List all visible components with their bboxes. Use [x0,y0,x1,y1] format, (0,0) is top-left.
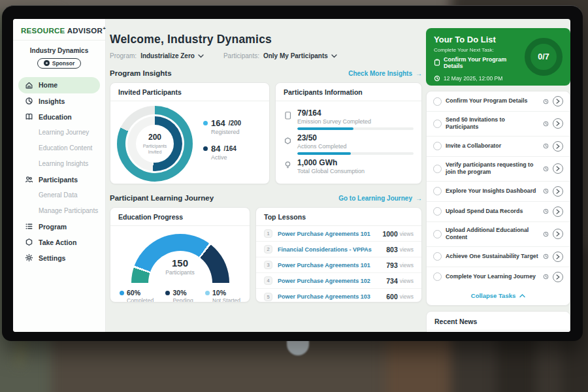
chevron-right-button[interactable] [553,96,563,106]
lesson-row: 4 Power Purchase Agreements 102 734 view… [256,273,421,289]
lesson-link[interactable]: Power Purchase Agreements 103 [278,293,386,300]
program-filter-value[interactable]: Industrialize Zero [140,52,195,59]
logo-plus: + [103,25,106,31]
main-content: Welcome, Industry Dynamics Program: Indu… [110,19,422,302]
chevron-right-button[interactable] [553,118,563,129]
sponsor-badge-label: Sponsor [52,60,74,67]
checkbox-icon[interactable] [433,230,442,238]
sidebar-item-learning-insights[interactable]: Learning Insights [13,156,105,172]
sidebar-item-participants[interactable]: Participants [13,172,105,188]
chevron-down-icon[interactable] [331,54,337,58]
checkbox-icon[interactable] [433,272,442,281]
sidebar-item-general-data[interactable]: General Data [13,188,105,203]
checkbox-icon[interactable] [433,142,442,150]
lesson-link[interactable]: Power Purchase Agreements 101 [278,262,386,269]
sidebar-item-label: Insights [39,97,65,105]
learning-journey-heading: Participant Learning Journey [110,194,214,202]
actions-completed-label: Actions Completed [297,143,414,150]
checkbox-icon[interactable] [433,97,442,106]
todo-due-date: 12 May 2025, 12:00 PM [444,75,502,82]
task-row-verify-participants[interactable]: Verify participants requesting to join t… [427,157,570,182]
collapse-tasks-label: Collapse Tasks [471,292,515,299]
lesson-row: 1 Power Purchase Agreements 101 1000 vie… [256,226,421,242]
legend-active: 84/164 Active [203,144,241,161]
participants-filter-value[interactable]: Only My Participants [263,52,328,59]
checkbox-icon[interactable] [433,252,442,261]
sidebar-item-label: Education Content [39,144,92,152]
sidebar-item-insights[interactable]: Insights [13,93,105,109]
checkbox-icon[interactable] [433,165,442,173]
lesson-link[interactable]: Power Purchase Agreements 102 [278,278,386,284]
active-label: Active [211,154,241,161]
lesson-row: 5 Power Purchase Agreements 103 600 view… [256,289,421,302]
sidebar-item-manage-participants[interactable]: Manage Participants [13,203,105,219]
clock-icon [543,121,549,127]
lesson-views: 734 [386,277,398,285]
chevron-right-button[interactable] [553,163,563,174]
task-row-upload-spend-data[interactable]: Upload Spend Data Records [427,202,570,222]
go-to-learning-journey-link[interactable]: Go to Learning Journey → [338,195,422,202]
task-label: Verify participants requesting to join t… [446,161,539,176]
sidebar-item-home[interactable]: Home [18,77,100,93]
list-icon [25,222,33,231]
chevron-right-button[interactable] [553,272,563,282]
views-suffix: views [400,262,414,269]
clock-icon [543,99,549,105]
task-row-achieve-target[interactable]: Achieve One Sustainability Target [427,247,570,267]
lesson-link[interactable]: Financial Considerations - VPPAs [278,246,386,253]
not-started-label: Not Started [212,297,240,302]
clock-icon [543,166,549,172]
chevron-down-icon[interactable] [198,54,204,58]
completed-label: Completed [127,297,154,302]
lesson-rank: 4 [264,276,272,285]
chevron-right-button[interactable] [553,229,563,239]
todo-progress-value: 0/7 [538,52,549,61]
sidebar-item-take-action[interactable]: Take Action [13,235,105,250]
chevron-right-button[interactable] [553,252,563,262]
task-row-explore-insights[interactable]: Explore Your Insights Dashboard [427,182,570,202]
go-to-learning-journey-label: Go to Learning Journey [338,195,412,202]
lesson-link[interactable]: Power Purchase Agreements 101 [278,231,382,237]
sidebar-item-education-content[interactable]: Education Content [13,140,105,156]
task-label: Upload Spend Data Records [446,208,539,215]
sidebar-item-label: Home [39,81,57,89]
home-icon [25,81,33,90]
sidebar-item-settings[interactable]: Settings [13,250,105,266]
emission-survey-row: 79/164 Emission Survey Completed [284,108,414,130]
people-icon [25,175,33,184]
participants-information-card: Participants Information 79/164 Emission… [275,82,422,184]
completed-pct: 60% [127,289,140,297]
task-label: Invite a Collaborator [446,142,539,150]
task-row-complete-learning-journey[interactable]: Complete Your Learning Journey [427,267,570,287]
chevron-right-button[interactable] [553,186,563,197]
task-row-send-invitations[interactable]: Send 50 Invitations to Participants [427,112,570,137]
checkbox-icon[interactable] [433,187,442,195]
sidebar-item-learning-journey[interactable]: Learning Journey [13,125,105,140]
sidebar-item-education[interactable]: Education [13,109,105,125]
sidebar-item-program[interactable]: Program [13,219,105,235]
logo-advisor: ADVISOR [67,27,103,35]
checkbox-icon[interactable] [433,120,442,128]
sidebar-nav: Home Insights Education Learning Journey [13,77,105,266]
checkbox-icon[interactable] [433,207,442,216]
invited-donut-chart: 200 Participants Invited [117,106,193,182]
sidebar-item-label: Learning Journey [39,129,89,136]
actions-completed-progressbar [297,152,414,155]
views-suffix: views [400,293,414,300]
chevron-right-button[interactable] [553,206,563,217]
consumption-value: 1,000 GWh [297,158,414,167]
task-row-invite-collaborator[interactable]: Invite a Collaborator [427,137,570,157]
active-value: 84 [211,144,220,154]
task-row-confirm-program[interactable]: Confirm Your Program Details [427,91,570,112]
gear-icon [25,253,33,262]
clock-icon [543,208,549,214]
collapse-tasks-link[interactable]: Collapse Tasks [427,287,570,305]
invited-participants-card: Invited Participants 200 Participants In… [110,82,270,184]
clipboard-icon [434,57,440,69]
lesson-views: 1000 [382,230,397,238]
not-started-pct: 10% [212,289,226,297]
check-more-insights-link[interactable]: Check More Insights → [348,70,422,77]
chevron-right-button[interactable] [553,141,563,152]
legend-registered: 164/200 Registered [203,118,241,135]
task-row-upload-educational-content[interactable]: Upload Additional Educational Content [427,222,570,247]
